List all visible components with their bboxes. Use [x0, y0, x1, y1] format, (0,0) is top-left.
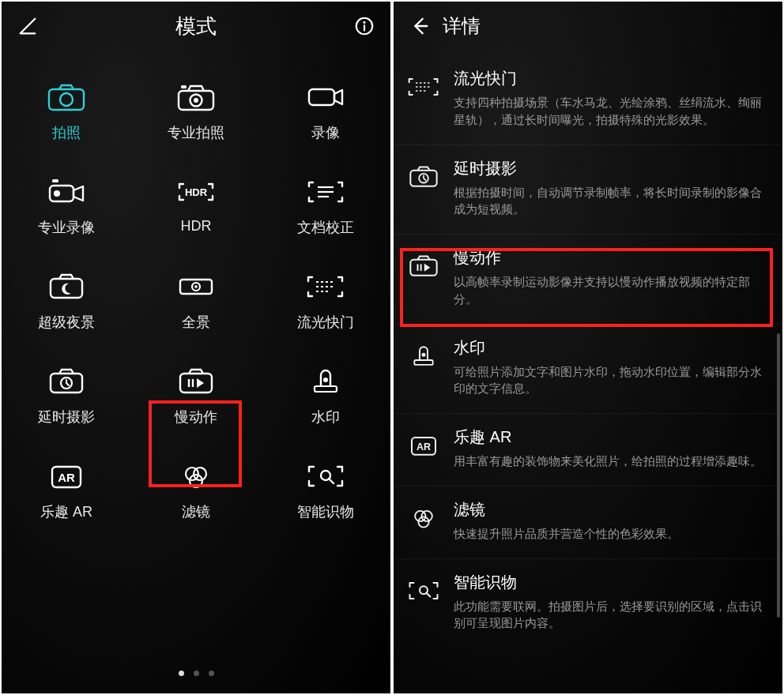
- mode-label: 智能识物: [297, 502, 354, 521]
- scroll-indicator[interactable]: [777, 333, 780, 618]
- detail-ar[interactable]: 乐趣 AR用丰富有趣的装饰物来美化照片，给拍照的过程增添趣味。: [394, 414, 782, 486]
- details-header: 详情: [394, 2, 782, 51]
- detail-light-paint[interactable]: 流光快门支持四种拍摄场景（车水马龙、光绘涂鸦、丝绢流水、绚丽星轨），通过长时间曝…: [394, 55, 782, 145]
- mode-video-pro[interactable]: 专业录像: [19, 177, 114, 237]
- timelapse-icon: [408, 161, 439, 193]
- camera-icon: [47, 82, 85, 112]
- filter-icon: [408, 502, 439, 534]
- light-paint-icon: [307, 272, 345, 302]
- detail-slowmo[interactable]: 慢动作以高帧率录制运动影像并支持以慢动作播放视频的特定部分。: [394, 235, 782, 325]
- modes-panel: 模式 拍照专业拍照录像专业录像HDR文档校正超级夜景全景流光快门延时摄影慢动作水…: [2, 2, 390, 693]
- hdr-icon: [177, 177, 215, 207]
- panorama-icon: [177, 272, 215, 302]
- mode-video[interactable]: 录像: [278, 82, 373, 142]
- mode-camera[interactable]: 拍照: [19, 82, 114, 142]
- mode-label: 拍照: [52, 123, 81, 142]
- watermark-icon: [307, 366, 345, 396]
- detail-title: 乐趣 AR: [454, 426, 768, 448]
- detail-object-detect[interactable]: 智能识物此功能需要联网。拍摄图片后，选择要识别的区域，点击识别可呈现图片内容。: [394, 559, 782, 648]
- detail-body: 智能识物此功能需要联网。拍摄图片后，选择要识别的区域，点击识别可呈现图片内容。: [454, 572, 768, 633]
- details-list: 流光快门支持四种拍摄场景（车水马龙、光绘涂鸦、丝绢流水、绚丽星轨），通过长时间曝…: [394, 51, 782, 652]
- back-icon[interactable]: [408, 14, 432, 38]
- mode-timelapse[interactable]: 延时摄影: [19, 366, 114, 426]
- mode-label: 流光快门: [297, 313, 354, 332]
- video-pro-icon: [47, 177, 85, 207]
- detail-timelapse[interactable]: 延时摄影根据拍摄时间，自动调节录制帧率，将长时间录制的影像合成为短视频。: [394, 145, 782, 235]
- document-icon: [307, 177, 345, 207]
- detail-desc: 此功能需要联网。拍摄图片后，选择要识别的区域，点击识别可呈现图片内容。: [454, 598, 768, 633]
- timelapse-icon: [47, 366, 85, 396]
- mode-camera-pro[interactable]: 专业拍照: [149, 82, 243, 142]
- details-panel: 详情 流光快门支持四种拍摄场景（车水马龙、光绘涂鸦、丝绢流水、绚丽星轨），通过长…: [394, 2, 782, 693]
- mode-label: 慢动作: [175, 408, 217, 426]
- detail-title: 流光快门: [454, 68, 768, 89]
- detail-watermark[interactable]: 水印可给照片添加文字和图片水印，拖动水印位置，编辑部分水印的文字信息。: [394, 325, 782, 415]
- modes-grid: 拍照专业拍照录像专业录像HDR文档校正超级夜景全景流光快门延时摄影慢动作水印乐趣…: [2, 51, 390, 529]
- detail-title: 延时摄影: [454, 158, 768, 179]
- detail-title: 慢动作: [454, 247, 768, 269]
- object-detect-icon: [408, 575, 439, 607]
- mode-label: 录像: [311, 123, 340, 142]
- details-title: 详情: [443, 13, 481, 39]
- detail-desc: 快速提升照片品质并营造个性的色彩效果。: [454, 525, 768, 543]
- mode-label: 水印: [311, 408, 340, 426]
- detail-desc: 可给照片添加文字和图片水印，拖动水印位置，编辑部分水印的文字信息。: [454, 363, 768, 398]
- detail-title: 智能识物: [454, 572, 768, 593]
- detail-filter[interactable]: 滤镜快速提升照片品质并营造个性的色彩效果。: [394, 486, 782, 559]
- detail-body: 流光快门支持四种拍摄场景（车水马龙、光绘涂鸦、丝绢流水、绚丽星轨），通过长时间曝…: [454, 68, 768, 129]
- mode-label: 乐趣 AR: [40, 502, 92, 521]
- modes-title: 模式: [2, 13, 390, 40]
- mode-watermark[interactable]: 水印: [278, 366, 373, 426]
- mode-label: 专业录像: [38, 218, 95, 237]
- mode-label: 超级夜景: [38, 313, 95, 332]
- mode-panorama[interactable]: 全景: [149, 272, 243, 332]
- mode-slowmo[interactable]: 慢动作: [149, 366, 243, 426]
- night-icon: [47, 272, 85, 302]
- detail-title: 水印: [454, 337, 768, 359]
- page-dot[interactable]: [194, 671, 199, 676]
- mode-label: 延时摄影: [38, 408, 95, 426]
- detail-desc: 根据拍摄时间，自动调节录制帧率，将长时间录制的影像合成为短视频。: [454, 184, 768, 219]
- mode-label: 文档校正: [297, 218, 354, 237]
- page-dot[interactable]: [179, 671, 184, 676]
- edit-icon[interactable]: [16, 14, 40, 38]
- detail-desc: 以高帧率录制运动影像并支持以慢动作播放视频的特定部分。: [454, 273, 768, 308]
- video-icon: [307, 82, 345, 112]
- slowmo-icon: [408, 250, 439, 282]
- detail-body: 水印可给照片添加文字和图片水印，拖动水印位置，编辑部分水印的文字信息。: [454, 337, 768, 398]
- mode-light-paint[interactable]: 流光快门: [278, 272, 373, 332]
- mode-night[interactable]: 超级夜景: [19, 272, 114, 332]
- mode-ar[interactable]: 乐趣 AR: [19, 461, 114, 521]
- mode-hdr[interactable]: HDR: [149, 177, 243, 237]
- mode-label: HDR: [181, 218, 212, 235]
- object-detect-icon: [307, 461, 345, 491]
- detail-body: 乐趣 AR用丰富有趣的装饰物来美化照片，给拍照的过程增添趣味。: [454, 426, 768, 470]
- info-icon[interactable]: [352, 14, 376, 38]
- filter-icon: [177, 461, 215, 491]
- page-dots: [2, 671, 390, 676]
- ar-icon: [47, 461, 85, 491]
- detail-desc: 支持四种拍摄场景（车水马龙、光绘涂鸦、丝绢流水、绚丽星轨），通过长时间曝光，拍摄…: [454, 94, 768, 129]
- detail-body: 慢动作以高帧率录制运动影像并支持以慢动作播放视频的特定部分。: [454, 247, 768, 308]
- detail-title: 滤镜: [454, 499, 768, 520]
- light-paint-icon: [408, 71, 439, 103]
- modes-header: 模式: [2, 2, 390, 51]
- mode-label: 全景: [182, 313, 210, 332]
- watermark-icon: [408, 340, 439, 372]
- page-dot[interactable]: [209, 671, 214, 676]
- mode-filter[interactable]: 滤镜: [149, 461, 243, 521]
- slowmo-icon: [177, 366, 215, 396]
- mode-label: 专业拍照: [168, 123, 224, 142]
- detail-body: 延时摄影根据拍摄时间，自动调节录制帧率，将长时间录制的影像合成为短视频。: [454, 158, 768, 219]
- mode-document[interactable]: 文档校正: [278, 177, 373, 237]
- camera-pro-icon: [177, 82, 215, 112]
- detail-body: 滤镜快速提升照片品质并营造个性的色彩效果。: [454, 499, 768, 543]
- ar-icon: [408, 430, 439, 461]
- mode-label: 滤镜: [182, 502, 210, 521]
- detail-desc: 用丰富有趣的装饰物来美化照片，给拍照的过程增添趣味。: [454, 453, 768, 470]
- mode-object-detect[interactable]: 智能识物: [278, 461, 373, 521]
